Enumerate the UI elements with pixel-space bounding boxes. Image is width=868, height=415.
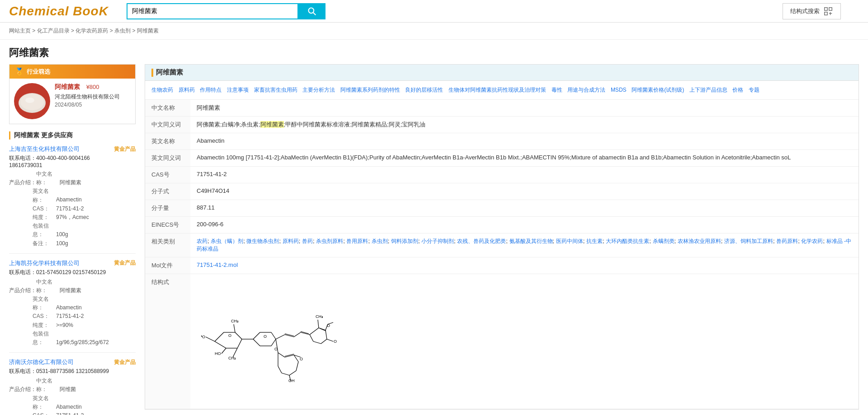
category-link[interactable]: 大环内酯类抗生素 xyxy=(606,238,649,244)
svg-line-53 xyxy=(282,373,289,375)
field-label: Mol文件 xyxy=(145,257,190,274)
table-row: Mol文件 71751-41-2.mol xyxy=(145,257,859,274)
search-bar xyxy=(127,3,344,19)
category-link[interactable]: 饲料添加剂 xyxy=(391,238,418,244)
field-label: 中文名称 xyxy=(145,100,190,117)
nav-link-toxicity[interactable]: 毒性 xyxy=(552,87,562,93)
table-row: 分子式 C49H74O14 xyxy=(145,183,859,200)
structure-image: O O xyxy=(197,283,341,400)
breadcrumb-products[interactable]: 化工产品目录 xyxy=(37,28,70,34)
category-link[interactable]: 原料药 xyxy=(283,238,299,244)
svg-line-52 xyxy=(289,371,296,375)
category-link[interactable]: 杀螨剂类 xyxy=(653,238,675,244)
table-row: 英文名称 Abamectin xyxy=(145,133,859,149)
mol-file-link[interactable]: 71751-41-2.mol xyxy=(197,261,238,268)
category-link[interactable]: 医药中间体 xyxy=(556,238,583,244)
table-row: CAS号 71751-41-2 xyxy=(145,166,859,183)
nav-link-resistance[interactable]: 生物体对阿维菌素抗药性现状及治理对策 xyxy=(448,87,546,93)
category-link[interactable]: 小分子抑制剂 xyxy=(421,238,454,244)
category-link[interactable]: 氨基酸及其衍生物 xyxy=(509,238,553,244)
category-link[interactable]: 微生物杀虫剂 xyxy=(246,238,279,244)
field-label: 结构式 xyxy=(145,274,190,409)
field-value-chinese-name: 阿维菌素 xyxy=(190,100,859,117)
search-input[interactable] xyxy=(127,3,298,19)
svg-text:OH: OH xyxy=(334,339,337,344)
star-icon: 🏅 xyxy=(15,67,24,76)
svg-line-37 xyxy=(326,330,327,339)
table-row: 相关类别 农药; 杀虫（螨）剂; 微生物杀虫剂; 原料药; 兽药; 杀虫剂原料;… xyxy=(145,233,859,257)
nav-link-migration[interactable]: 良好的层移活性 xyxy=(405,87,443,93)
category-link[interactable]: 化学农药 xyxy=(801,238,823,244)
featured-company[interactable]: 河北陌槿生物科技有限公司 xyxy=(55,93,131,101)
category-link[interactable]: 杀虫（螨）剂 xyxy=(211,238,243,244)
breadcrumb-home[interactable]: 网站主页 xyxy=(9,28,31,34)
supplier-name[interactable]: 上海凯芬化学科技有限公司 xyxy=(9,259,80,267)
category-link[interactable]: 兽药原料 xyxy=(776,238,798,244)
svg-line-24 xyxy=(271,332,276,339)
nav-link-price2[interactable]: 价格 xyxy=(732,87,743,93)
supplier-phone: 联系电话：400-400-400-900416618616739031 xyxy=(9,154,136,168)
nav-link-series[interactable]: 阿维菌素系列药剂的特性 xyxy=(340,87,400,93)
category-link[interactable]: 济源、饲料加工原料 xyxy=(724,238,773,244)
category-link[interactable]: 抗生素 xyxy=(586,238,603,244)
supplier-name[interactable]: 济南沃尔德化工有限公司 xyxy=(9,358,74,366)
product-info-title: 阿维菌素 xyxy=(156,68,183,77)
data-table: 中文名称 阿维菌素 中文同义词 阿佛菌素;白螨净;杀虫素;阿维菌素;甲醇中阿维菌… xyxy=(145,100,859,409)
svg-text:O: O xyxy=(274,347,278,351)
svg-text:CH₃: CH₃ xyxy=(231,319,239,323)
category-link[interactable]: 兽用原料 xyxy=(346,238,368,244)
svg-line-13 xyxy=(235,332,242,339)
svg-line-11 xyxy=(215,332,224,341)
svg-line-41 xyxy=(320,328,326,331)
nav-link-price[interactable]: 阿维菌素价格(试剂级) xyxy=(632,87,684,93)
svg-line-29 xyxy=(276,335,285,339)
svg-line-14 xyxy=(237,339,242,348)
product-info-box: 阿维菌素 生物农药 原料药 作用特点 注意事项 家畜抗害生虫用药 主要分析方法 … xyxy=(145,64,859,410)
category-link[interactable]: 杀虫剂 xyxy=(372,238,388,244)
nav-link-special[interactable]: 专题 xyxy=(749,87,760,93)
category-link[interactable]: 农残、兽药及化肥类 xyxy=(457,238,506,244)
category-link[interactable]: 农药 xyxy=(197,238,208,244)
product-info-header: 阿维菌素 xyxy=(145,65,859,81)
category-link[interactable]: 兽药 xyxy=(302,238,313,244)
field-label: 相关类别 xyxy=(145,233,190,257)
structure-search-label: 结构式搜索 xyxy=(790,7,820,15)
search-button[interactable] xyxy=(298,3,326,19)
nav-link-livestock[interactable]: 家畜抗害生虫用药 xyxy=(254,87,297,93)
supplier-name[interactable]: 上海吉至生化科技有限公司 xyxy=(9,145,80,153)
nav-link-upstream[interactable]: 上下游产品信息 xyxy=(689,87,727,93)
category-link[interactable]: 农林渔农业用原料 xyxy=(678,238,721,244)
nav-link-effect[interactable]: 作用特点 xyxy=(200,87,222,93)
supplier-detail: 产品介绍：中文名称：阿维菌素 英文名称：Abamectin CAS：71751-… xyxy=(9,170,136,248)
svg-line-45 xyxy=(318,320,319,328)
svg-text:O: O xyxy=(228,333,231,338)
svg-line-25 xyxy=(271,339,276,346)
breadcrumb-insecticide[interactable]: 杀虫剂 xyxy=(114,28,131,34)
supplier-detail: 产品介绍：中文名称：阿维菌素 英文名称：Abamectin CAS：71751-… xyxy=(9,278,136,347)
nav-link-notice[interactable]: 注意事项 xyxy=(227,87,249,93)
field-label: 分子量 xyxy=(145,200,190,216)
breadcrumb-pharma[interactable]: 化学农药原药 xyxy=(75,28,108,34)
svg-line-38 xyxy=(321,339,327,344)
svg-text:CH₃: CH₃ xyxy=(228,356,236,360)
svg-point-10 xyxy=(25,98,34,103)
structure-search-button[interactable]: 结构式搜索 xyxy=(783,3,841,19)
svg-line-61 xyxy=(222,348,226,354)
nav-link-analysis[interactable]: 主要分析方法 xyxy=(302,87,335,93)
field-value-english-name: Abamectin xyxy=(190,133,859,149)
nav-link-msds[interactable]: MSDS xyxy=(611,87,627,93)
supplier-card: 济南沃尔德化工有限公司 黄金产品 联系电话：0531-88773586 1321… xyxy=(9,358,136,415)
nav-link-bio[interactable]: 生物农药 xyxy=(151,87,173,93)
featured-name[interactable]: 阿维菌素 xyxy=(55,83,80,90)
nav-link-raw[interactable]: 原料药 xyxy=(179,87,195,93)
nav-link-synthesis[interactable]: 用途与合成方法 xyxy=(567,87,605,93)
svg-line-65 xyxy=(234,324,235,332)
featured-image xyxy=(14,83,50,119)
svg-line-22 xyxy=(253,332,260,339)
gold-badge: 黄金产品 xyxy=(114,259,136,267)
category-link[interactable]: 杀虫剂原料 xyxy=(316,238,343,244)
svg-text:O: O xyxy=(300,357,303,361)
right-panel: 阿维菌素 生物农药 原料药 作用特点 注意事项 家畜抗害生虫用药 主要分析方法 … xyxy=(145,64,859,415)
svg-point-0 xyxy=(309,8,314,13)
logo[interactable]: Chemical BooK xyxy=(9,4,108,19)
